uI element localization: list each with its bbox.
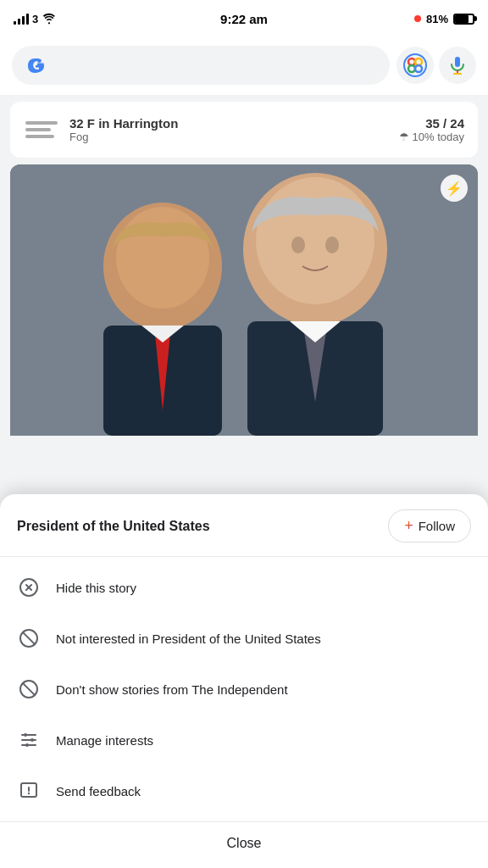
sheet-header: President of the United States + Follow: [0, 494, 488, 557]
battery-dot: [414, 15, 421, 22]
follow-label: Follow: [419, 519, 455, 533]
status-left: 3: [14, 13, 57, 25]
news-image-svg: [10, 164, 478, 436]
dont-show-option[interactable]: Don't show stories from The Independent: [0, 664, 488, 715]
lightning-badge[interactable]: ⚡: [441, 175, 468, 202]
news-image-container[interactable]: ⚡: [10, 164, 478, 436]
manage-interests-option[interactable]: Manage interests: [0, 715, 488, 765]
weather-precip: ☂ 10% today: [399, 131, 464, 143]
wifi-icon: [42, 13, 57, 25]
dont-show-text: Don't show stories from The Independent: [56, 681, 288, 698]
send-feedback-text: Send feedback: [56, 782, 141, 800]
weather-left: 32 F in Harrington Fog: [69, 116, 389, 143]
sheet-options: Hide this story Not interested in Presid…: [0, 557, 488, 821]
follow-plus-icon: +: [404, 517, 413, 535]
sheet-topic: President of the United States: [17, 519, 210, 534]
bottom-sheet: President of the United States + Follow …: [0, 494, 488, 868]
close-button[interactable]: Close: [227, 836, 262, 851]
search-bar[interactable]: G: [12, 46, 390, 85]
signal-bar-1: [14, 21, 16, 25]
svg-point-28: [24, 733, 27, 737]
svg-line-24: [23, 683, 35, 695]
weather-desc: Fog: [69, 131, 389, 143]
signal-bars: [14, 13, 29, 25]
svg-rect-6: [455, 57, 460, 67]
status-bar: 3 9:22 am 81%: [0, 0, 488, 37]
signal-bar-2: [18, 19, 20, 25]
svg-point-29: [30, 738, 34, 742]
signal-bar-4: [26, 14, 29, 25]
weather-range: 35 / 24: [399, 116, 464, 131]
follow-button[interactable]: + Follow: [388, 509, 471, 542]
svg-point-1: [404, 54, 426, 76]
svg-point-16: [291, 236, 305, 253]
battery-icon: [453, 14, 474, 25]
search-bar-container: G: [0, 37, 488, 95]
svg-rect-9: [10, 164, 478, 436]
svg-line-22: [23, 632, 35, 644]
close-button-row: Close: [0, 822, 488, 868]
manage-interests-icon: [17, 728, 41, 752]
hide-story-icon: [17, 576, 41, 599]
weather-icon-area: [24, 112, 59, 147]
svg-point-11: [116, 207, 209, 309]
mic-icon: [447, 55, 468, 75]
status-time: 9:22 am: [220, 12, 268, 26]
not-interested-option[interactable]: Not interested in President of the Unite…: [0, 613, 488, 664]
google-logo: G: [24, 52, 51, 79]
umbrella-icon: ☂: [399, 131, 409, 143]
signal-bar-3: [22, 16, 25, 25]
lens-button[interactable]: [396, 47, 434, 84]
manage-interests-text: Manage interests: [56, 732, 153, 749]
lightning-icon: ⚡: [446, 181, 463, 197]
weather-temp: 32 F in Harrington: [69, 116, 389, 131]
send-feedback-icon: [17, 779, 41, 803]
fog-icon: [25, 121, 58, 138]
network-type: 3: [32, 13, 38, 25]
send-feedback-option[interactable]: Send feedback: [0, 765, 488, 816]
hide-story-option[interactable]: Hide this story: [0, 562, 488, 613]
weather-right: 35 / 24 ☂ 10% today: [399, 116, 464, 143]
svg-point-33: [29, 793, 30, 794]
lens-icon: [403, 53, 427, 77]
svg-point-5: [415, 65, 422, 72]
weather-card[interactable]: 32 F in Harrington Fog 35 / 24 ☂ 10% tod…: [10, 102, 478, 158]
battery-fill: [455, 15, 469, 23]
battery-percent: 81%: [426, 13, 448, 25]
news-image-bg: ⚡: [10, 164, 478, 436]
status-right: 81%: [414, 13, 474, 25]
not-interested-icon: [17, 626, 41, 650]
svg-point-30: [25, 743, 29, 747]
not-interested-text: Not interested in President of the Unite…: [56, 630, 321, 648]
mic-button[interactable]: [439, 47, 476, 84]
hide-story-text: Hide this story: [56, 579, 136, 597]
svg-point-17: [325, 236, 339, 253]
svg-point-14: [256, 177, 374, 304]
dont-show-icon: [17, 677, 41, 701]
